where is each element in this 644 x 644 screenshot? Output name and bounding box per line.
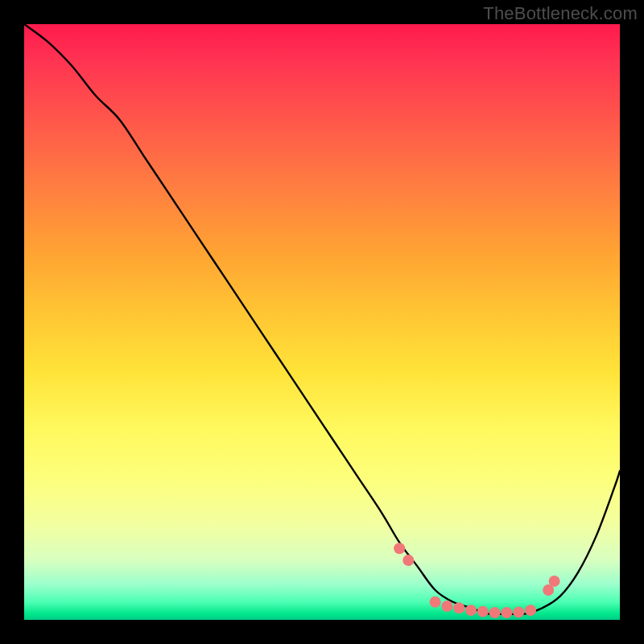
highlight-dot — [430, 597, 441, 608]
highlight-dot — [525, 605, 536, 616]
curve-layer — [0, 0, 644, 644]
attribution-text: TheBottleneck.com — [483, 3, 638, 24]
highlight-dot — [394, 543, 405, 554]
highlight-dot — [501, 607, 512, 618]
highlight-dot — [513, 606, 524, 617]
highlight-dot — [477, 606, 489, 617]
highlight-dot — [465, 605, 477, 616]
bottleneck-curve — [24, 24, 620, 614]
highlight-dot — [441, 601, 452, 612]
highlight-dot — [453, 602, 464, 613]
highlight-dot — [402, 555, 414, 566]
highlight-dot — [549, 576, 560, 587]
highlight-dot — [489, 607, 501, 618]
